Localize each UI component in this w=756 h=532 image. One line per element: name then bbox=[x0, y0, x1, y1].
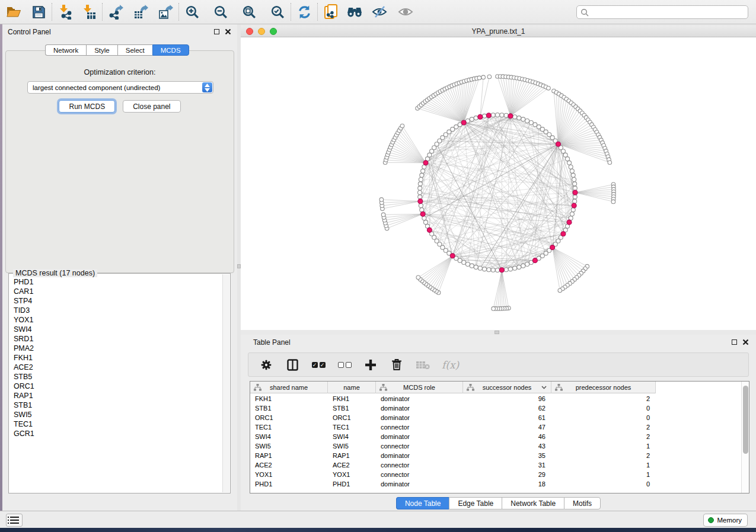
import-network-icon[interactable] bbox=[56, 3, 74, 21]
zoom-selected-icon[interactable] bbox=[269, 3, 286, 21]
table-row[interactable]: SWI5SWI5connector431 bbox=[250, 441, 656, 451]
close-panel-icon[interactable] bbox=[225, 28, 231, 35]
zoom-in-icon[interactable] bbox=[183, 3, 201, 21]
ring-node[interactable] bbox=[454, 125, 458, 129]
network-graph[interactable] bbox=[241, 37, 756, 330]
table-splitter-grip[interactable] bbox=[495, 331, 499, 334]
mcds-hub-node[interactable] bbox=[572, 203, 576, 208]
mcds-result-item[interactable]: TEC1 bbox=[14, 419, 222, 429]
open-folder-icon[interactable] bbox=[5, 3, 23, 21]
ring-node[interactable] bbox=[561, 149, 565, 153]
mcds-result-item[interactable]: SWI5 bbox=[14, 410, 222, 419]
ring-node[interactable] bbox=[458, 258, 462, 262]
mcds-hub-node[interactable] bbox=[499, 268, 504, 273]
ring-node[interactable] bbox=[517, 116, 521, 120]
tab-network-table[interactable]: Network Table bbox=[502, 497, 564, 509]
run-mcds-button[interactable]: Run MCDS bbox=[59, 100, 115, 113]
ring-node[interactable] bbox=[525, 118, 529, 123]
ring-node[interactable] bbox=[500, 113, 504, 117]
ring-node[interactable] bbox=[570, 212, 574, 216]
column-header-shared-name[interactable]: shared name bbox=[250, 382, 328, 393]
search-input[interactable] bbox=[589, 7, 748, 18]
ring-node[interactable] bbox=[418, 182, 422, 186]
table-splitter[interactable] bbox=[241, 330, 756, 335]
ring-node[interactable] bbox=[521, 117, 525, 121]
mcds-result-item[interactable]: SWI4 bbox=[14, 325, 222, 334]
ring-node[interactable] bbox=[491, 113, 495, 117]
leaf-node[interactable] bbox=[547, 86, 551, 91]
leaf-node[interactable] bbox=[558, 289, 562, 293]
mcds-hub-node[interactable] bbox=[427, 227, 432, 232]
refresh-layout-icon[interactable] bbox=[295, 3, 313, 21]
ring-node[interactable] bbox=[465, 262, 470, 267]
mcds-result-item[interactable]: STB1 bbox=[14, 400, 222, 410]
search-network-icon[interactable] bbox=[346, 3, 363, 21]
leaf-node[interactable] bbox=[416, 275, 420, 280]
ring-node[interactable] bbox=[462, 261, 466, 265]
mcds-hub-node[interactable] bbox=[486, 113, 491, 118]
ring-node[interactable] bbox=[420, 173, 424, 177]
mcds-hub-node[interactable] bbox=[573, 190, 578, 195]
mcds-result-item[interactable]: GCR1 bbox=[14, 429, 222, 438]
mcds-list-scrollbar[interactable] bbox=[222, 274, 229, 492]
mcds-hub-node[interactable] bbox=[556, 142, 560, 146]
column-header-MCDS-role[interactable]: MCDS role bbox=[376, 382, 463, 393]
mcds-hub-node[interactable] bbox=[423, 161, 428, 165]
mcds-hub-node[interactable] bbox=[450, 254, 455, 258]
import-table-icon[interactable] bbox=[80, 3, 98, 21]
mcds-result-item[interactable]: FKH1 bbox=[14, 353, 222, 363]
table-row[interactable]: STB1STB1dominator620 bbox=[250, 403, 656, 413]
float-table-panel-icon[interactable] bbox=[732, 339, 737, 345]
leaf-node[interactable] bbox=[481, 75, 486, 79]
table-row[interactable]: RAP1RAP1dominator352 bbox=[250, 451, 656, 460]
ring-node[interactable] bbox=[513, 115, 517, 119]
table-row[interactable]: PHD1PHD1dominator180 bbox=[250, 479, 656, 489]
tab-network[interactable]: Network bbox=[45, 44, 86, 56]
column-header-successor-nodes[interactable]: successor nodes bbox=[463, 382, 551, 393]
zoom-out-icon[interactable] bbox=[212, 3, 229, 21]
leaf-node[interactable] bbox=[492, 307, 496, 311]
ring-node[interactable] bbox=[533, 123, 537, 127]
leaf-node[interactable] bbox=[477, 76, 481, 80]
close-table-panel-icon[interactable] bbox=[742, 339, 749, 345]
ring-node[interactable] bbox=[521, 264, 525, 268]
ring-node[interactable] bbox=[573, 186, 577, 190]
ring-node[interactable] bbox=[566, 157, 570, 161]
table-row[interactable]: ACE2ACE2connector311 bbox=[250, 460, 656, 470]
ring-node[interactable] bbox=[474, 116, 478, 120]
mcds-hub-node[interactable] bbox=[461, 120, 466, 125]
deselect-all-icon[interactable] bbox=[337, 357, 352, 373]
tab-motifs[interactable]: Motifs bbox=[564, 497, 601, 509]
tab-style[interactable]: Style bbox=[86, 44, 117, 56]
tab-mcds[interactable]: MCDS bbox=[152, 44, 189, 56]
delete-column-icon[interactable] bbox=[390, 357, 404, 373]
ring-node[interactable] bbox=[513, 266, 517, 270]
ring-node[interactable] bbox=[474, 265, 478, 269]
add-column-icon[interactable] bbox=[363, 357, 378, 373]
mcds-result-item[interactable]: SRD1 bbox=[14, 334, 222, 344]
mcds-hub-node[interactable] bbox=[561, 232, 566, 236]
select-all-icon[interactable]: ✓✓ bbox=[311, 357, 326, 373]
leaf-node[interactable] bbox=[487, 75, 492, 79]
mcds-hub-node[interactable] bbox=[508, 114, 513, 118]
ring-node[interactable] bbox=[478, 266, 482, 270]
ring-node[interactable] bbox=[428, 153, 432, 157]
leaf-node[interactable] bbox=[381, 213, 385, 217]
ring-node[interactable] bbox=[570, 169, 574, 173]
table-row[interactable]: TEC1TEC1connector472 bbox=[250, 422, 656, 432]
mcds-result-item[interactable]: YOX1 bbox=[14, 315, 222, 325]
optimization-select[interactable]: largest connected component (undirected) bbox=[27, 81, 213, 94]
ring-node[interactable] bbox=[573, 182, 577, 186]
column-layout-icon[interactable] bbox=[285, 357, 299, 373]
hide-selected-icon[interactable] bbox=[371, 3, 388, 21]
float-panel-icon[interactable] bbox=[214, 29, 219, 34]
ring-node[interactable] bbox=[567, 161, 572, 165]
mcds-hub-node[interactable] bbox=[418, 199, 423, 204]
ring-node[interactable] bbox=[496, 113, 500, 117]
settings-gear-icon[interactable] bbox=[259, 357, 273, 373]
table-row[interactable]: YOX1YOX1connector291 bbox=[250, 470, 656, 479]
mcds-result-item[interactable]: RAP1 bbox=[14, 391, 222, 400]
ring-node[interactable] bbox=[420, 208, 424, 212]
tab-select[interactable]: Select bbox=[117, 44, 152, 56]
clone-network-icon[interactable] bbox=[322, 3, 340, 21]
